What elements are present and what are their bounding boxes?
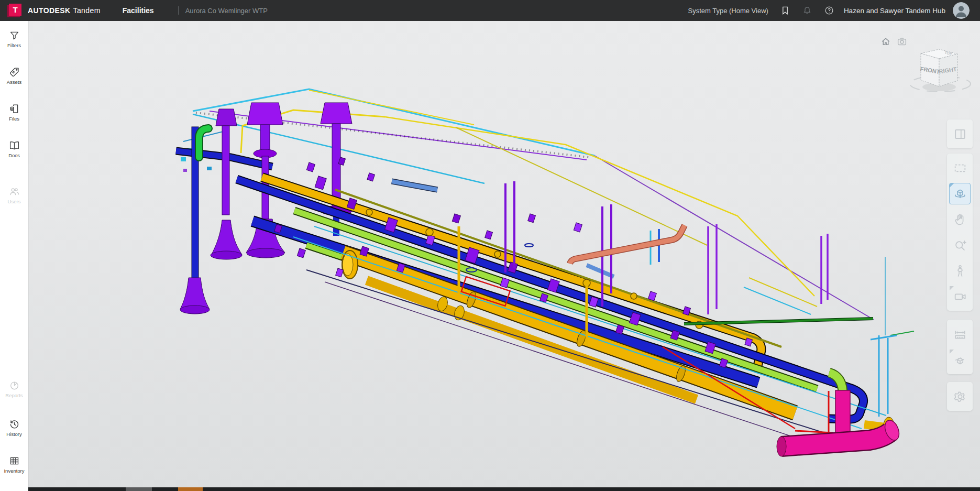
piping-model xyxy=(176,89,914,456)
sidebar-item-docs[interactable]: Docs xyxy=(0,140,28,158)
sidebar-item-label: Users xyxy=(0,199,28,204)
tag-icon xyxy=(9,67,20,78)
hub-name[interactable]: Hazen and Sawyer Tandem Hub xyxy=(844,7,945,15)
flyout-indicator xyxy=(950,350,954,354)
filter-icon xyxy=(9,30,20,41)
measure-button[interactable] xyxy=(947,321,973,347)
first-person-icon xyxy=(953,264,967,278)
toolbar-group-settings xyxy=(947,382,973,411)
viewcube[interactable]: FRONT RIGHT TOP xyxy=(902,45,980,97)
users-icon xyxy=(9,186,20,197)
top-app-bar: T AUTODESKTandem Facilities Aurora Co We… xyxy=(0,0,980,21)
sidebar-item-reports: Reports xyxy=(0,380,28,398)
camera-button[interactable] xyxy=(947,283,973,309)
sidebar-item-label: Reports xyxy=(0,392,28,398)
orbit-icon xyxy=(953,187,967,201)
inventory-icon xyxy=(9,455,20,466)
timeline-segment-gray xyxy=(126,487,152,491)
sidebar-item-filters[interactable]: Filters xyxy=(0,30,28,48)
flyout-indicator xyxy=(950,286,954,290)
gear-icon xyxy=(953,389,967,404)
measure-icon xyxy=(953,327,967,342)
history-icon xyxy=(9,419,20,430)
header-divider xyxy=(178,6,179,15)
sidebar-item-label: Assets xyxy=(0,79,28,85)
bell-icon[interactable] xyxy=(802,5,812,16)
sidebar-item-inventory[interactable]: Inventory xyxy=(0,455,28,474)
tandem-logo[interactable]: T xyxy=(7,4,21,17)
sidebar-item-history[interactable]: History xyxy=(0,419,28,437)
avatar[interactable] xyxy=(953,2,970,19)
bottom-timeline-bar[interactable] xyxy=(28,487,980,491)
pan-button[interactable] xyxy=(947,206,973,232)
zoom-icon xyxy=(953,238,967,253)
files-icon xyxy=(9,103,20,114)
tandem-logo-letter: T xyxy=(9,4,21,16)
orbit-button[interactable] xyxy=(947,181,973,206)
sidebar-item-users: Users xyxy=(0,186,28,204)
split-view-icon xyxy=(953,127,967,141)
sidebar-item-files[interactable]: Files xyxy=(0,103,28,122)
first-person-button[interactable] xyxy=(947,258,973,283)
pan-hand-icon xyxy=(953,212,967,227)
navigation-toolbar xyxy=(947,119,973,416)
sidebar-item-label: History xyxy=(0,431,28,437)
brand-text: AUTODESKTandem xyxy=(28,6,101,15)
sidebar-item-label: Filters xyxy=(0,42,28,48)
timeline-segment-orange xyxy=(178,487,203,491)
select-box-icon xyxy=(953,161,967,176)
section-icon xyxy=(953,353,967,367)
section-button[interactable] xyxy=(947,347,973,373)
zoom-button[interactable] xyxy=(947,232,973,258)
left-sidebar: Filters Assets Files Docs Users Reports … xyxy=(0,21,28,491)
video-camera-icon xyxy=(953,289,967,304)
viewport-3d-canvas[interactable] xyxy=(0,0,980,491)
sidebar-item-label: Inventory xyxy=(0,468,28,474)
toolbar-group-tools xyxy=(947,320,973,374)
split-view-button[interactable] xyxy=(947,121,973,147)
select-box-button[interactable] xyxy=(947,155,973,181)
breadcrumb-facility-name[interactable]: Aurora Co Wemlinger WTP xyxy=(185,7,268,15)
settings-button[interactable] xyxy=(947,384,973,409)
help-icon[interactable] xyxy=(824,5,834,16)
reports-icon xyxy=(9,380,20,391)
toolbar-group-panels xyxy=(947,119,973,148)
home-icon[interactable] xyxy=(880,36,891,47)
toolbar-group-navigation xyxy=(947,154,973,311)
sidebar-item-label: Files xyxy=(0,116,28,122)
docs-icon xyxy=(9,140,20,151)
nav-facilities[interactable]: Facilities xyxy=(123,6,154,15)
sidebar-item-label: Docs xyxy=(0,152,28,158)
sidebar-item-assets[interactable]: Assets xyxy=(0,67,28,85)
bookmark-icon[interactable] xyxy=(780,5,790,16)
system-view-label[interactable]: System Type (Home View) xyxy=(688,7,768,15)
